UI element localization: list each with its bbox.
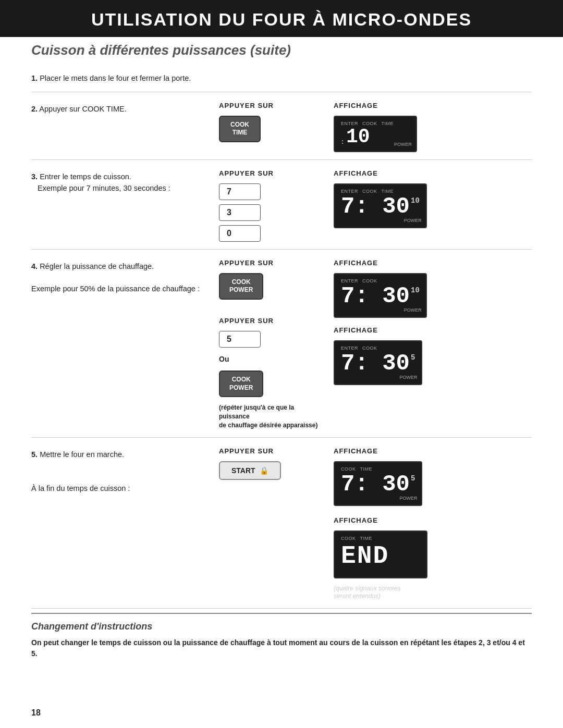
step-3-time-value: 7: 30 [341,195,410,218]
step-5-text: 5. Mettre le four en marche. À la fin du… [31,447,209,495]
step-5-display: COOK TIME 7: 30 5 POWER [334,461,422,506]
step-2-text: 2. Appuyer sur COOK TIME. [31,102,209,115]
end-display: END [341,542,420,570]
step-2-affichage: Affichage ENTER COOK TIME · · 10 PO [334,102,532,152]
step-3-text: 3. Entrer le temps de cuisson. Exemple p… [31,169,209,194]
step-5-affichage-header: Affichage [334,447,378,455]
changement-title: Changement d'instructions [31,621,532,632]
step-5b-display: COOK TIME END [334,530,427,578]
number-3-button[interactable]: 3 [219,204,261,221]
step-2-power-label: POWER [394,142,412,147]
step-5b-text: À la fin du temps de cuisson : [31,484,130,492]
step-4a-number: 4. [31,262,38,270]
number-5-button[interactable]: 5 [219,331,261,348]
step-5-time-value: 7: 30 [341,473,410,496]
main-content: 1. Placer le mets dans le four et fermer… [0,61,563,703]
page-number-area: 18 [0,703,563,728]
step-4a-example: Exemple pour 50% de la puissance de chau… [31,285,200,293]
step-4b-time-value: 7: 30 [341,352,410,375]
step-5-row: 5. Mettre le four en marche. À la fin du… [31,438,532,609]
step-2-description: Appuyer sur COOK TIME. [39,105,126,113]
changement-bold-text: On peut changer le temps de cuisson ou l… [31,638,525,658]
page-title: Utilisation du Four à Micro-ondes [10,9,553,30]
step-4b-display-time: 7: 30 5 [341,352,415,375]
step-4a-power-label: POWER [404,307,422,313]
dot2: · [341,142,344,145]
start-button[interactable]: START 🔒 [219,461,281,480]
step-5-power-label: POWER [399,496,417,501]
step-3-affichage: Affichage ENTER COOK TIME 7: 30 10 POWER [334,169,532,228]
step-4b-display: ENTER COOK 7: 30 5 POWER [334,340,422,385]
step-2-row: 2. Appuyer sur COOK TIME. Appuyer sur CO… [31,92,532,160]
page-number: 18 [31,708,41,717]
page-header: Utilisation du Four à Micro-ondes [0,0,563,37]
step-3-number: 3. [31,172,38,181]
cook-power-button-4b[interactable]: COOKPOWER [219,371,263,397]
changement-text: On peut changer le temps de cuisson ou l… [31,637,532,659]
step-4a-display-time: 7: 30 10 [341,285,420,307]
step-3-appuyer: Appuyer sur 7 3 0 [219,169,323,242]
step-4a-superscript: 10 [411,287,420,294]
step-4b-appuyer-header: Appuyer sur [219,317,274,325]
step-3-power-label: POWER [404,218,422,223]
step-4b-superscript: 5 [411,354,415,361]
step-4a-time-value: 7: 30 [341,285,410,307]
step-1-number: 1. [31,74,38,82]
cook-time-button[interactable]: COOKTIME [219,116,261,142]
step-2-appuyer-header: Appuyer sur [219,102,274,109]
step-1-description: Placer le mets dans le four et fermer la… [40,74,191,82]
step-4a-row: 4. Régler la puissance de chauffage. Exe… [31,250,532,438]
display-time-label: TIME [382,121,394,126]
step-4a-appuyer: Appuyer sur COOKPOWER Appuyer sur 5 Ou C… [219,259,323,430]
ou-text: Ou [219,355,229,363]
step-3-row: 3. Entrer le temps de cuisson. Exemple p… [31,160,532,250]
step-4b-affichage-header: Affichage [334,326,378,334]
lock-icon: 🔒 [260,466,268,475]
step-4a-display: ENTER COOK 7: 30 10 POWER [334,273,427,318]
step-4a-affichage: Affichage ENTER COOK 7: 30 10 POWER Affi… [334,259,532,385]
step-4a-appuyer-header: Appuyer sur [219,259,274,267]
step-3-affichage-header: Affichage [334,169,378,177]
step-5-number: 5. [31,450,38,459]
step-2-time-value: 10 [346,127,370,147]
start-label: START [231,466,255,475]
step-2-dots: · · [341,140,344,145]
step-5b-affichage-header: Affichage [334,516,378,524]
step-3-display-time: 7: 30 10 [341,195,420,218]
page-subtitle: Cuisson à différentes puissances (suite) [0,37,563,61]
number-0-button[interactable]: 0 [219,225,261,242]
repeat-note: (répéter jusqu'à ce que la puissancede c… [219,403,323,429]
step-2-appuyer: Appuyer sur COOKTIME [219,102,323,142]
step-3-appuyer-header: Appuyer sur [219,169,274,177]
step-5b-display-labels: COOK TIME [341,536,420,541]
step-3-description: Entrer le temps de cuisson. Exemple pour… [31,172,170,192]
step-2-display: ENTER COOK TIME · · 10 POWER [334,116,417,152]
step-2-number: 2. [31,105,38,113]
display-time-label6: TIME [360,536,373,541]
step-4a-text: 4. Régler la puissance de chauffage. Exe… [31,259,209,295]
number-7-button[interactable]: 7 [219,183,261,200]
step-1-text: 1. Placer le mets dans le four et fermer… [31,71,209,84]
step-3-display: ENTER COOK TIME 7: 30 10 POWER [334,183,427,228]
step-2-affichage-header: Affichage [334,102,378,109]
step-5-appuyer-header: Appuyer sur [219,447,274,455]
step-5-superscript: 5 [411,475,415,482]
step-1-row: 1. Placer le mets dans le four et fermer… [31,61,532,92]
step-5-affichage: Affichage COOK TIME 7: 30 5 POWER Affich… [334,447,532,601]
step-3-superscript: 10 [411,197,420,204]
changement-section: Changement d'instructions On peut change… [31,613,532,659]
step-5-description: Mettre le four en marche. [40,450,124,459]
step-4a-affichage-header: Affichage [334,259,378,267]
cook-power-button-4a[interactable]: COOKPOWER [219,273,263,300]
step-4a-description: Régler la puissance de chauffage. [40,262,154,270]
step-5-display-time: 7: 30 5 [341,473,415,496]
step-4b-power-label: POWER [399,375,417,380]
quatre-note: (quatre signaux sonoresseront entendus) [334,585,401,601]
step-5-appuyer: Appuyer sur START 🔒 [219,447,323,480]
display-cook-label6: COOK [341,536,356,541]
